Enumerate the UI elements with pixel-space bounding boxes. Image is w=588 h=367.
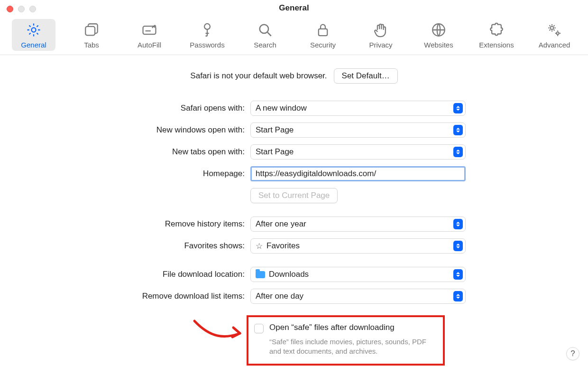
label-new-tabs: New tabs open with: (0, 147, 250, 157)
chevron-updown-icon (453, 269, 463, 280)
label-favorites-shows: Favorites shows: (0, 241, 250, 251)
select-safari-opens-with[interactable]: A new window (250, 101, 466, 116)
content-area: Safari is not your default web browser. … (0, 55, 588, 304)
select-remove-download-list[interactable]: After one day (250, 289, 466, 304)
select-favorites-shows[interactable]: ☆ Favorites (250, 238, 466, 254)
close-button[interactable] (7, 6, 13, 12)
chevron-updown-icon (453, 147, 463, 157)
minimize-button[interactable] (18, 6, 25, 12)
svg-point-8 (557, 32, 559, 35)
tab-passwords[interactable]: Passwords (185, 19, 229, 51)
window-title: General (6, 3, 582, 13)
tab-label: Privacy (369, 41, 392, 49)
tab-label: Advanced (539, 41, 570, 49)
tabs-icon (83, 22, 100, 38)
label-safari-opens-with: Safari opens with: (0, 104, 250, 113)
svg-point-3 (204, 24, 210, 29)
tab-general[interactable]: General (12, 19, 55, 51)
default-browser-message: Safari is not your default web browser. (190, 71, 327, 81)
select-value: Favorites (266, 241, 300, 251)
help-button[interactable]: ? (566, 347, 579, 360)
label-remove-history: Remove history items: (0, 219, 250, 229)
tab-privacy[interactable]: Privacy (359, 19, 403, 51)
chevron-updown-icon (453, 241, 463, 251)
lock-icon (315, 22, 331, 38)
select-new-windows[interactable]: Start Page (250, 122, 466, 138)
chevron-updown-icon (453, 103, 463, 113)
gears-icon (546, 22, 562, 38)
star-icon: ☆ (256, 241, 263, 251)
label-new-windows: New windows open with: (0, 125, 250, 135)
svg-rect-1 (85, 27, 95, 35)
label-remove-download-list: Remove download list items: (0, 292, 250, 301)
select-value: A new window (256, 104, 307, 113)
open-safe-files-checkbox[interactable] (254, 324, 264, 333)
key-icon (199, 22, 215, 38)
chevron-updown-icon (453, 291, 463, 301)
svg-point-0 (31, 28, 36, 32)
puzzle-icon (488, 22, 505, 38)
open-safe-files-description: “Safe” files include movies, pictures, s… (269, 337, 436, 357)
hand-icon (373, 22, 389, 38)
tab-extensions[interactable]: Extensions (475, 19, 518, 51)
svg-rect-2 (143, 26, 156, 34)
chevron-updown-icon (453, 125, 463, 135)
tab-label: Tabs (84, 41, 99, 49)
autofill-icon (141, 22, 157, 38)
tab-label: AutoFill (138, 41, 161, 49)
tab-label: Search (254, 41, 276, 49)
tab-label: Websites (424, 41, 453, 49)
folder-icon (256, 271, 265, 278)
gear-icon (26, 22, 42, 38)
tab-label: General (21, 41, 46, 49)
select-value: Start Page (256, 125, 294, 135)
label-homepage: Homepage: (0, 169, 250, 179)
tab-security[interactable]: Security (301, 19, 345, 51)
set-current-page-button[interactable]: Set to Current Page (250, 188, 338, 203)
zoom-button[interactable] (29, 6, 36, 12)
tab-label: Passwords (190, 41, 224, 49)
tab-tabs[interactable]: Tabs (70, 19, 113, 51)
svg-rect-5 (319, 29, 327, 36)
select-value: Downloads (269, 270, 309, 279)
annotation-arrow-icon (192, 316, 248, 349)
globe-icon (431, 22, 447, 38)
tab-search[interactable]: Search (243, 19, 287, 51)
select-new-tabs[interactable]: Start Page (250, 144, 466, 160)
chevron-updown-icon (453, 219, 463, 229)
svg-point-7 (551, 26, 554, 29)
preferences-toolbar: General Tabs AutoFill Passwords Search S… (0, 16, 588, 55)
tab-label: Security (310, 41, 336, 49)
set-default-button[interactable]: Set Default… (334, 68, 398, 84)
traffic-lights (7, 6, 36, 12)
select-remove-history[interactable]: After one year (250, 216, 466, 232)
select-value: After one day (256, 292, 303, 301)
tab-websites[interactable]: Websites (417, 19, 460, 51)
label-download-location: File download location: (0, 270, 250, 279)
titlebar: General (0, 0, 588, 16)
tab-label: Extensions (479, 41, 514, 49)
homepage-input[interactable] (250, 166, 466, 181)
open-safe-files-label: Open “safe” files after downloading (269, 323, 436, 332)
tab-autofill[interactable]: AutoFill (128, 19, 171, 51)
svg-point-4 (260, 25, 268, 33)
annotation-highlight-box: Open “safe” files after downloading “Saf… (247, 315, 445, 366)
tab-advanced[interactable]: Advanced (533, 19, 576, 51)
select-download-location[interactable]: Downloads (250, 267, 466, 282)
select-value: Start Page (256, 147, 294, 157)
select-value: After one year (256, 219, 306, 229)
search-icon (257, 22, 273, 38)
